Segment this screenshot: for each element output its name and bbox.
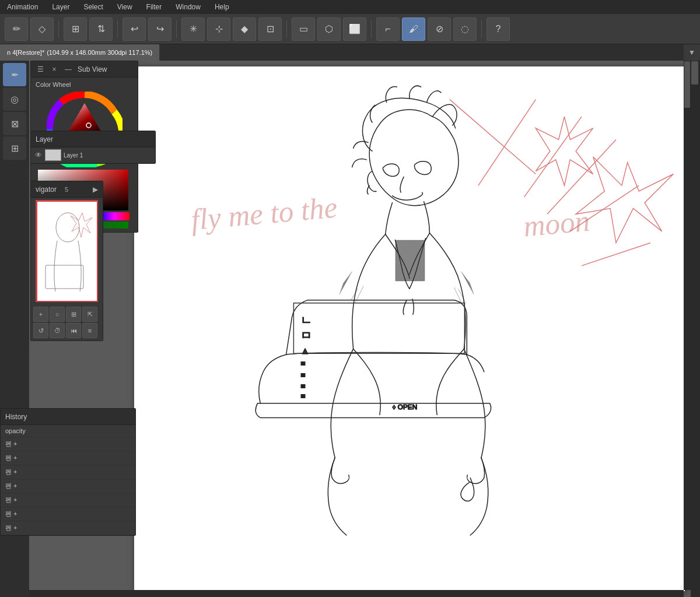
left-tool-2[interactable]: ◎ <box>3 87 26 111</box>
svg-text:♦ OPEN: ♦ OPEN <box>393 403 418 411</box>
history-item-6[interactable]: 펜 + <box>1 507 135 521</box>
layer-panel: Layer 👁 Layer 1 <box>30 131 156 164</box>
history-item-3[interactable]: 펜 + <box>1 465 135 479</box>
nav-header: vigator 5 ▶ <box>31 181 103 198</box>
transform-btn[interactable]: ⇅ <box>89 17 113 41</box>
svg-text:≡: ≡ <box>300 392 305 401</box>
svg-line-2 <box>524 117 582 197</box>
svg-text:≡: ≡ <box>300 382 305 391</box>
nav-controls: + ○ ⊞ ⇱ ↺ ⏱ ⏮ ≡ <box>31 304 103 340</box>
canvas-vscroll-thumb[interactable] <box>684 61 690 108</box>
doc-tab-info: (104.99 x 148.00mm 300dpi 117.1%) <box>47 49 152 56</box>
tab-dropdown-btn[interactable]: ▼ <box>684 44 700 61</box>
brush-tool-btn[interactable]: ✏ <box>5 17 28 41</box>
select-free-btn[interactable]: ⬡ <box>317 17 341 41</box>
loading-btn[interactable]: ✳ <box>181 17 205 41</box>
crop-btn[interactable]: ⊡ <box>258 17 282 41</box>
layer-eye-icon[interactable]: 👁 <box>34 151 43 159</box>
toolbar-separator-3 <box>176 20 177 38</box>
watermark-text: fly me to the <box>190 191 338 237</box>
menu-bar: Animation Layer Select View Filter Windo… <box>0 0 700 14</box>
history-item-7[interactable]: 펜 + <box>1 521 135 535</box>
menu-view[interactable]: View <box>115 2 135 12</box>
history-item-1[interactable]: 펜 + <box>1 437 135 451</box>
layer-thumb-1 <box>45 149 61 161</box>
help-btn[interactable]: ? <box>487 17 510 41</box>
select-rect-btn[interactable]: ▭ <box>292 17 315 41</box>
svg-text:≡: ≡ <box>300 371 305 380</box>
nav-add-btn[interactable]: + <box>33 307 48 322</box>
shape-btn[interactable]: ◇ <box>30 17 54 41</box>
history-item-4[interactable]: 펜 + <box>1 479 135 493</box>
measure-btn[interactable]: ⌐ <box>376 17 400 41</box>
color-wheel-title: Color Wheel <box>33 80 135 89</box>
history-item-opacity[interactable]: opacity <box>1 425 135 437</box>
svg-text:≡: ≡ <box>300 359 305 368</box>
svg-marker-6 <box>576 157 673 243</box>
history-item-2[interactable]: 펜 + <box>1 451 135 465</box>
redo-btn[interactable]: ↪ <box>148 17 172 41</box>
toolbar-separator-2 <box>117 20 118 38</box>
svg-rect-10 <box>293 303 464 354</box>
canvas-hscroll[interactable] <box>29 590 684 597</box>
undo-btn[interactable]: ↩ <box>123 17 146 41</box>
nav-rotate-btn[interactable]: ↺ <box>33 323 48 338</box>
navigator-panel: vigator 5 ▶ + ○ ⊞ ⇱ ↺ ⏱ ⏮ ≡ <box>30 181 103 341</box>
toolbar-separator-4 <box>286 20 287 38</box>
left-tool-4[interactable]: ⊞ <box>3 136 26 160</box>
layer-title: Layer <box>36 135 53 143</box>
panel-close-btn[interactable]: × <box>50 65 59 74</box>
menu-animation[interactable]: Animation <box>5 2 40 12</box>
layer-move-btn[interactable]: ⊞ <box>64 17 87 41</box>
svg-text:moon: moon <box>522 204 591 243</box>
toolbar-separator-1 <box>58 20 59 38</box>
canvas-vscroll[interactable] <box>684 61 691 590</box>
menu-layer[interactable]: Layer <box>50 2 72 12</box>
nav-list-btn[interactable]: ≡ <box>82 323 97 338</box>
svg-rect-9 <box>396 241 424 281</box>
eraser-btn[interactable]: ⊘ <box>428 17 451 41</box>
sketch-svg: fly me to the moon <box>134 66 685 591</box>
select-btn[interactable]: ⊹ <box>207 17 230 41</box>
svg-text:ㄴ: ㄴ <box>300 314 312 326</box>
layer-item-1[interactable]: 👁 Layer 1 <box>31 148 155 163</box>
nav-skip-btn[interactable]: ⏮ <box>66 323 81 338</box>
nav-title: vigator <box>36 185 57 194</box>
nav-circle-btn[interactable]: ○ <box>50 307 65 322</box>
menu-filter[interactable]: Filter <box>144 2 164 12</box>
layer-name-1: Layer 1 <box>64 152 152 159</box>
active-brush-btn[interactable]: 🖌 <box>402 17 425 41</box>
right-scroll-thumb[interactable] <box>691 61 698 85</box>
nav-expand-btn[interactable]: ⇱ <box>82 307 97 322</box>
nav-grid-btn[interactable]: ⊞ <box>66 307 81 322</box>
svg-text:ㅁ: ㅁ <box>300 329 312 342</box>
history-header: History <box>1 409 135 425</box>
left-tool-3[interactable]: ⊠ <box>3 112 26 135</box>
main-toolbar: ✏ ◇ ⊞ ⇅ ↩ ↪ ✳ ⊹ ◆ ⊡ ▭ ⬡ ⬜ ⌐ 🖌 ⊘ ◌ ? <box>0 14 700 44</box>
menu-help[interactable]: Help <box>212 2 232 12</box>
menu-window[interactable]: Window <box>173 2 203 12</box>
left-tool-1[interactable]: ✒ <box>3 63 26 86</box>
subview-header: ☰ × — Sub View <box>31 61 138 78</box>
history-panel: History opacity 펜 + 펜 + 펜 + 펜 + 펜 + 펜 + … <box>0 408 136 536</box>
history-item-5[interactable]: 펜 + <box>1 493 135 507</box>
document-tab[interactable]: n 4[Restore]* (104.99 x 148.00mm 300dpi … <box>0 44 160 61</box>
nav-thumbnail <box>36 200 98 302</box>
panel-minimize-btn[interactable]: — <box>64 65 73 74</box>
eraser2-btn[interactable]: ◌ <box>453 17 477 41</box>
menu-select[interactable]: Select <box>81 2 105 12</box>
toolbar-separator-5 <box>371 20 372 38</box>
nav-play-btn[interactable]: ▶ <box>93 185 98 194</box>
nav-clock-btn[interactable]: ⏱ <box>50 323 65 338</box>
svg-text:▲: ▲ <box>300 346 310 356</box>
history-title: History <box>5 413 27 421</box>
nav-thumb-svg <box>37 201 98 302</box>
svg-marker-7 <box>536 117 593 185</box>
panel-menu-icon[interactable]: ☰ <box>36 65 45 74</box>
toolbar-separator-6 <box>481 20 482 38</box>
right-scrollbar[interactable] <box>691 61 700 597</box>
subview-title: Sub View <box>78 65 107 73</box>
fill-btn[interactable]: ◆ <box>233 17 256 41</box>
svg-line-0 <box>450 100 536 174</box>
select-shape-btn[interactable]: ⬜ <box>343 17 366 41</box>
